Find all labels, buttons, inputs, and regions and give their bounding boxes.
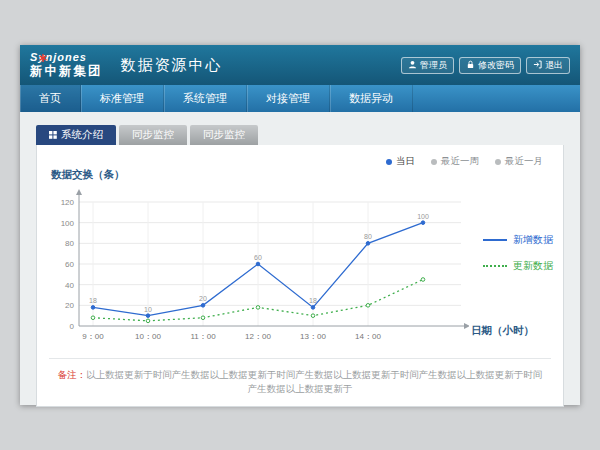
chart-card: 当日 最近一周 最近一月 数据交换（条） 0204060801001209：00…: [36, 145, 564, 407]
header-actions: 管理员 修改密码 退出: [401, 57, 570, 74]
svg-text:18: 18: [89, 297, 97, 304]
series-legend: 新增数据 更新数据: [483, 184, 553, 322]
admin-button[interactable]: 管理员: [401, 57, 454, 74]
chart-wrap: 0204060801001209：0010：0011：0012：0013：001…: [49, 184, 469, 356]
svg-text:80: 80: [364, 233, 372, 240]
svg-text:13：00: 13：00: [300, 332, 326, 341]
header: Synjones 新中新集团 数据资源中心 管理员 修改密码: [20, 45, 580, 85]
grid-icon: [49, 129, 57, 141]
svg-text:60: 60: [65, 260, 74, 269]
tab-sync-monitor-1[interactable]: 同步监控: [119, 125, 187, 145]
footnote-text: 以上数据更新于时间产生数据以上数据更新于时间产生数据以上数据更新于时间产生数据以…: [86, 369, 542, 394]
tab-bar: 系统介绍 同步监控 同步监控: [36, 125, 564, 145]
nav-item-label: 数据异动: [349, 91, 393, 106]
page-title: 数据资源中心: [121, 56, 223, 75]
svg-text:40: 40: [65, 281, 74, 290]
legend-item-new-data[interactable]: 新增数据: [483, 233, 553, 247]
dot-icon: [495, 159, 501, 165]
nav-item-label: 首页: [39, 91, 61, 106]
y-axis-title: 数据交换（条）: [51, 168, 551, 182]
nav-item-home[interactable]: 首页: [20, 85, 81, 112]
nav-item-label: 标准管理: [100, 91, 144, 106]
dot-icon: [431, 159, 437, 165]
svg-text:100: 100: [417, 213, 429, 220]
svg-text:9：00: 9：00: [82, 332, 104, 341]
filter-label: 最近一周: [441, 155, 479, 168]
chart-row: 0204060801001209：0010：0011：0012：0013：001…: [49, 184, 551, 356]
svg-text:0: 0: [70, 322, 75, 331]
legend-label: 新增数据: [513, 233, 553, 247]
tab-sync-monitor-2[interactable]: 同步监控: [190, 125, 258, 145]
tab-label: 同步监控: [132, 128, 174, 142]
time-filter-legend: 当日 最近一周 最近一月: [49, 151, 551, 168]
svg-text:10：00: 10：00: [135, 332, 161, 341]
svg-text:80: 80: [65, 239, 74, 248]
lock-icon: [466, 60, 475, 71]
filter-last-week[interactable]: 最近一周: [431, 155, 479, 168]
user-icon: [408, 60, 417, 71]
solid-line-icon: [483, 239, 507, 241]
nav-item-label: 系统管理: [183, 91, 227, 106]
logo-star-icon: [39, 48, 47, 66]
svg-text:12：00: 12：00: [245, 332, 271, 341]
data-exchange-line-chart: 0204060801001209：0010：0011：0012：0013：001…: [49, 184, 469, 356]
svg-text:18: 18: [309, 297, 317, 304]
tab-system-intro[interactable]: 系统介绍: [36, 125, 116, 145]
footnote: 备注：以上数据更新于时间产生数据以上数据更新于时间产生数据以上数据更新于时间产生…: [49, 358, 551, 398]
tab-label: 系统介绍: [61, 128, 103, 142]
legend-item-updated-data[interactable]: 更新数据: [483, 259, 553, 273]
logout-button[interactable]: 退出: [526, 57, 570, 74]
dot-icon: [386, 159, 392, 165]
nav-item-system-mgmt[interactable]: 系统管理: [164, 85, 247, 112]
filter-label: 最近一月: [505, 155, 543, 168]
content-area: 系统介绍 同步监控 同步监控 当日 最近一周 最近一月 数据交换（条） 0204…: [20, 112, 580, 405]
app-window: Synjones 新中新集团 数据资源中心 管理员 修改密码: [20, 45, 580, 405]
svg-text:10: 10: [144, 306, 152, 313]
filter-last-month[interactable]: 最近一月: [495, 155, 543, 168]
svg-text:11：00: 11：00: [190, 332, 216, 341]
svg-text:60: 60: [254, 254, 262, 261]
nav-item-standard-mgmt[interactable]: 标准管理: [81, 85, 164, 112]
nav-item-interface-mgmt[interactable]: 对接管理: [247, 85, 330, 112]
tab-label: 同步监控: [203, 128, 245, 142]
change-password-button[interactable]: 修改密码: [459, 57, 521, 74]
x-axis-title: 日期（小时）: [471, 324, 534, 338]
svg-text:100: 100: [61, 219, 75, 228]
logout-button-label: 退出: [545, 59, 563, 72]
dotted-line-icon: [483, 265, 507, 267]
nav-item-label: 对接管理: [266, 91, 310, 106]
logo: Synjones 新中新集团: [30, 51, 103, 78]
change-password-button-label: 修改密码: [478, 59, 514, 72]
admin-button-label: 管理员: [420, 59, 447, 72]
svg-text:20: 20: [199, 295, 207, 302]
logout-icon: [533, 60, 542, 71]
footnote-prefix: 备注：: [58, 369, 87, 380]
svg-text:120: 120: [61, 198, 75, 207]
svg-text:14：00: 14：00: [355, 332, 381, 341]
legend-label: 更新数据: [513, 259, 553, 273]
filter-today[interactable]: 当日: [386, 155, 415, 168]
svg-text:20: 20: [65, 301, 74, 310]
nav-item-data-change[interactable]: 数据异动: [330, 85, 413, 112]
main-nav: 首页 标准管理 系统管理 对接管理 数据异动: [20, 85, 580, 112]
filter-label: 当日: [396, 155, 415, 168]
